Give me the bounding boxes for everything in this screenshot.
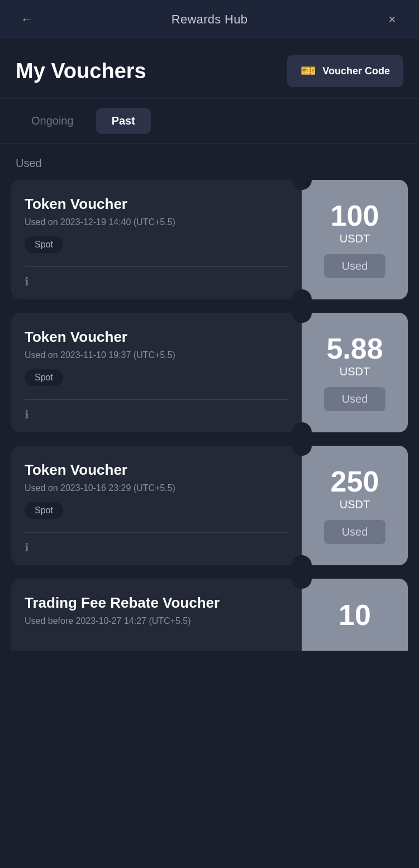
- content-area: Used Token Voucher Used on 2023-12-19 14…: [0, 148, 419, 660]
- back-button[interactable]: ←: [16, 8, 38, 31]
- voucher-1-tag: Spot: [25, 236, 63, 253]
- tabs-container: Ongoing Past: [0, 103, 419, 143]
- voucher-card-partial: Trading Fee Rebate Voucher Used before 2…: [11, 579, 408, 651]
- voucher-2-date: Used on 2023-11-10 19:37 (UTC+5.5): [25, 350, 288, 360]
- voucher-icon: 🎫: [301, 64, 316, 78]
- voucher-2-title: Token Voucher: [25, 328, 288, 346]
- info-icon-3[interactable]: ℹ: [25, 541, 288, 554]
- voucher-card-2: Token Voucher Used on 2023-11-10 19:37 (…: [11, 313, 408, 432]
- voucher-2-status: Used: [324, 387, 386, 411]
- voucher-code-button[interactable]: 🎫 Voucher Code: [287, 55, 403, 87]
- info-icon-1[interactable]: ℹ: [25, 275, 288, 288]
- voucher-card-partial-left: Trading Fee Rebate Voucher Used before 2…: [11, 579, 302, 651]
- voucher-3-status: Used: [324, 520, 386, 544]
- voucher-1-amount: 100: [331, 201, 379, 230]
- tab-ongoing[interactable]: Ongoing: [16, 108, 89, 134]
- voucher-1-separator: [25, 266, 288, 267]
- voucher-3-title: Token Voucher: [25, 461, 288, 479]
- info-icon-2[interactable]: ℹ: [25, 408, 288, 421]
- close-button[interactable]: ×: [381, 8, 403, 31]
- header-title: Rewards Hub: [172, 12, 248, 27]
- voucher-partial-amount: 10: [339, 600, 371, 629]
- voucher-card-2-right: 5.88 USDT Used: [302, 313, 408, 432]
- voucher-1-title: Token Voucher: [25, 195, 288, 213]
- voucher-card-1: Token Voucher Used on 2023-12-19 14:40 (…: [11, 180, 408, 299]
- voucher-card-1-left: Token Voucher Used on 2023-12-19 14:40 (…: [11, 180, 302, 299]
- close-icon: ×: [389, 12, 396, 27]
- voucher-3-amount: 250: [331, 467, 379, 496]
- voucher-2-separator: [25, 399, 288, 400]
- voucher-partial-date: Used before 2023-10-27 14:27 (UTC+5.5): [25, 616, 288, 626]
- voucher-1-status: Used: [324, 254, 386, 278]
- voucher-code-label: Voucher Code: [322, 65, 390, 77]
- voucher-3-tag: Spot: [25, 502, 63, 519]
- voucher-card-2-left: Token Voucher Used on 2023-11-10 19:37 (…: [11, 313, 302, 432]
- voucher-2-currency: USDT: [340, 365, 370, 378]
- tab-past[interactable]: Past: [96, 108, 151, 134]
- voucher-card-3: Token Voucher Used on 2023-10-16 23:29 (…: [11, 446, 408, 565]
- back-icon: ←: [21, 12, 33, 27]
- voucher-card-3-right: 250 USDT Used: [302, 446, 408, 565]
- voucher-card-1-right: 100 USDT Used: [302, 180, 408, 299]
- tabs-divider: [0, 143, 419, 144]
- section-label-used: Used: [11, 157, 408, 170]
- voucher-1-date: Used on 2023-12-19 14:40 (UTC+5.5): [25, 217, 288, 227]
- top-divider: [0, 98, 419, 99]
- voucher-2-amount: 5.88: [326, 334, 383, 363]
- voucher-3-date: Used on 2023-10-16 23:29 (UTC+5.5): [25, 483, 288, 493]
- voucher-partial-title: Trading Fee Rebate Voucher: [25, 594, 288, 612]
- voucher-3-currency: USDT: [340, 498, 370, 511]
- voucher-2-tag: Spot: [25, 369, 63, 386]
- top-section: My Vouchers 🎫 Voucher Code: [0, 39, 419, 98]
- voucher-3-separator: [25, 532, 288, 533]
- voucher-card-partial-right: 10: [302, 579, 408, 651]
- voucher-card-3-left: Token Voucher Used on 2023-10-16 23:29 (…: [11, 446, 302, 565]
- page-title: My Vouchers: [16, 59, 146, 83]
- voucher-1-currency: USDT: [340, 232, 370, 245]
- header: ← Rewards Hub ×: [0, 0, 419, 39]
